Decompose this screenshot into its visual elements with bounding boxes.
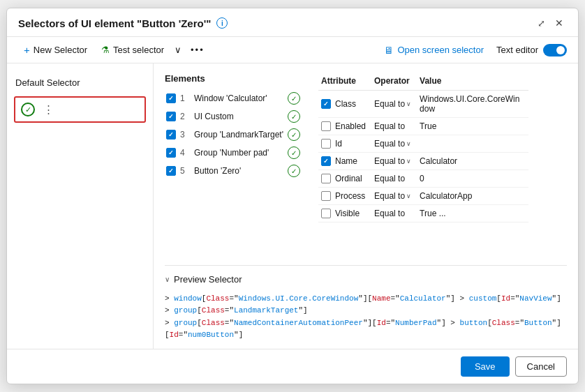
operator-text: Equal to bbox=[374, 209, 405, 218]
attr-checkbox[interactable] bbox=[321, 191, 331, 201]
element-checkbox[interactable]: ✓ bbox=[166, 148, 176, 158]
more-options-button[interactable]: ••• bbox=[186, 42, 209, 58]
element-checkbox[interactable]: ✓ bbox=[166, 130, 176, 140]
attr-checkbox[interactable] bbox=[321, 139, 331, 149]
element-valid-icon: ✓ bbox=[288, 110, 300, 123]
chevron-down-icon[interactable]: ∨ bbox=[406, 158, 411, 165]
operator-text: Equal to bbox=[374, 121, 405, 131]
attr-operator-cell: Equal to ∨ bbox=[371, 135, 417, 153]
text-editor-toggle[interactable] bbox=[543, 44, 567, 56]
minimize-icon: ⤢ bbox=[538, 18, 545, 29]
cancel-button[interactable]: Cancel bbox=[515, 356, 567, 377]
preview-line-2-group: group bbox=[174, 319, 197, 327]
preview-line-2-close4: "] bbox=[234, 331, 243, 339]
save-button[interactable]: Save bbox=[461, 356, 510, 377]
attributes-table: Attribute Operator Value ✓ClassEqual to … bbox=[318, 73, 528, 223]
preview-line-1-eq1: =" bbox=[229, 294, 238, 303]
preview-line-2-arrow: > bbox=[165, 319, 174, 327]
preview-line-2-id2-key: Id bbox=[170, 331, 179, 339]
table-row: IdEqual to ∨ bbox=[318, 135, 528, 153]
operator-text: Equal to bbox=[374, 99, 405, 109]
element-number: 1 bbox=[180, 93, 190, 103]
close-button[interactable]: ✕ bbox=[551, 15, 567, 31]
preview-line-2: > group[Class="NamedContainerAutomationP… bbox=[165, 317, 567, 342]
preview-line-1-close1: "][ bbox=[358, 294, 372, 303]
checkbox-check-icon: ✓ bbox=[168, 167, 174, 174]
attr-checkbox[interactable] bbox=[321, 209, 331, 218]
chevron-down-icon[interactable]: ∨ bbox=[406, 140, 411, 147]
preview-line-1-class-key: Class bbox=[206, 294, 229, 303]
operator-container: Equal to bbox=[374, 174, 411, 183]
element-name: Button 'Zero' bbox=[194, 165, 283, 177]
element-checkbox[interactable]: ✓ bbox=[166, 93, 176, 103]
preview-line-1: > window[Class="Windows.UI.Core.CoreWind… bbox=[165, 293, 567, 317]
operator-text: Equal to bbox=[374, 191, 405, 201]
preview-line-1-close4: "] bbox=[298, 306, 307, 315]
operator-container: Equal to ∨ bbox=[374, 139, 411, 149]
element-number: 5 bbox=[180, 166, 190, 176]
element-number: 3 bbox=[180, 130, 190, 140]
open-screen-selector-button[interactable]: 🖥 Open screen selector bbox=[380, 42, 488, 59]
attr-name-cell: ✓Name bbox=[318, 153, 371, 170]
operator-container: Equal to bbox=[374, 209, 411, 218]
test-selector-chevron[interactable]: ∨ bbox=[172, 42, 184, 58]
preview-line-1-id-attr: [ bbox=[496, 294, 501, 303]
attr-checkbox[interactable]: ✓ bbox=[321, 99, 331, 109]
element-checkbox[interactable]: ✓ bbox=[166, 166, 176, 176]
text-editor-row: Text editor bbox=[496, 44, 567, 56]
attr-operator-cell: Equal to ∨ bbox=[371, 91, 417, 118]
preview-line-1-class-val: Windows.UI.Core.CoreWindow bbox=[239, 294, 359, 303]
attr-name-cell: Visible bbox=[318, 205, 371, 223]
more-icon: ••• bbox=[191, 45, 205, 55]
new-selector-button[interactable]: + New Selector bbox=[18, 41, 93, 59]
preview-line-1-custom: custom bbox=[469, 294, 497, 303]
dialog-title: Selectors of UI element "Button 'Zero'" bbox=[18, 17, 211, 29]
attr-value-cell: Calculator bbox=[417, 153, 528, 170]
attr-col-value: Value bbox=[417, 73, 528, 91]
table-row: EnabledEqual toTrue bbox=[318, 118, 528, 135]
element-row: ✓2UI Custom✓ bbox=[165, 107, 302, 126]
selector-valid-icon: ✓ bbox=[21, 103, 35, 116]
attr-checkbox[interactable] bbox=[321, 121, 331, 131]
selector-options-icon[interactable]: ⋮ bbox=[40, 102, 57, 117]
dialog-title-row: Selectors of UI element "Button 'Zero'" … bbox=[18, 17, 228, 29]
default-selector-item[interactable]: ✓ ⋮ bbox=[14, 96, 146, 123]
element-checkbox[interactable]: ✓ bbox=[166, 112, 176, 121]
attr-name-label: Class bbox=[335, 99, 356, 109]
flask-icon: ⚗ bbox=[101, 45, 110, 55]
element-name: UI Custom bbox=[194, 111, 283, 123]
operator-container: Equal to ∨ bbox=[374, 99, 411, 109]
open-screen-label: Open screen selector bbox=[397, 45, 484, 55]
attributes-section: Attribute Operator Value ✓ClassEqual to … bbox=[318, 73, 567, 223]
attr-value-cell: True bbox=[417, 118, 528, 135]
info-icon[interactable]: i bbox=[216, 17, 228, 29]
attr-value-cell bbox=[417, 135, 528, 153]
checkbox-check-icon: ✓ bbox=[168, 149, 174, 156]
close-icon: ✕ bbox=[555, 17, 563, 29]
attr-name-label: Ordinal bbox=[335, 174, 362, 183]
dialog-header: Selectors of UI element "Button 'Zero'" … bbox=[7, 8, 578, 37]
attr-col-operator: Operator bbox=[371, 73, 417, 91]
attr-operator-cell: Equal to ∨ bbox=[371, 188, 417, 205]
attr-checkbox[interactable] bbox=[321, 174, 331, 183]
element-valid-icon: ✓ bbox=[288, 92, 300, 105]
dialog: Selectors of UI element "Button 'Zero'" … bbox=[6, 8, 579, 384]
attr-name-cell: Ordinal bbox=[318, 170, 371, 188]
operator-container: Equal to bbox=[374, 121, 411, 131]
operator-container: Equal to ∨ bbox=[374, 156, 411, 166]
preview-line-2-close2: "] > bbox=[437, 319, 460, 327]
main-content: Default Selector ✓ ⋮ Elements ✓1Window '… bbox=[7, 63, 578, 349]
minimize-button[interactable]: ⤢ bbox=[534, 16, 549, 31]
element-number: 2 bbox=[180, 112, 190, 121]
preview-line-1-name-key: Name bbox=[372, 294, 390, 303]
preview-line-2-eq1: =" bbox=[225, 319, 234, 327]
preview-line-2-class-key: Class bbox=[202, 319, 225, 327]
chevron-down-icon[interactable]: ∨ bbox=[406, 100, 411, 107]
preview-header[interactable]: ∨ Preview Selector bbox=[165, 271, 567, 289]
chevron-down-icon[interactable]: ∨ bbox=[406, 193, 411, 199]
preview-line-2-button: button bbox=[460, 319, 488, 327]
dialog-footer: Save Cancel bbox=[7, 349, 578, 384]
preview-line-2-eq2: =" bbox=[386, 319, 395, 327]
test-selector-button[interactable]: ⚗ Test selector bbox=[96, 42, 170, 58]
attr-checkbox[interactable]: ✓ bbox=[321, 156, 331, 166]
